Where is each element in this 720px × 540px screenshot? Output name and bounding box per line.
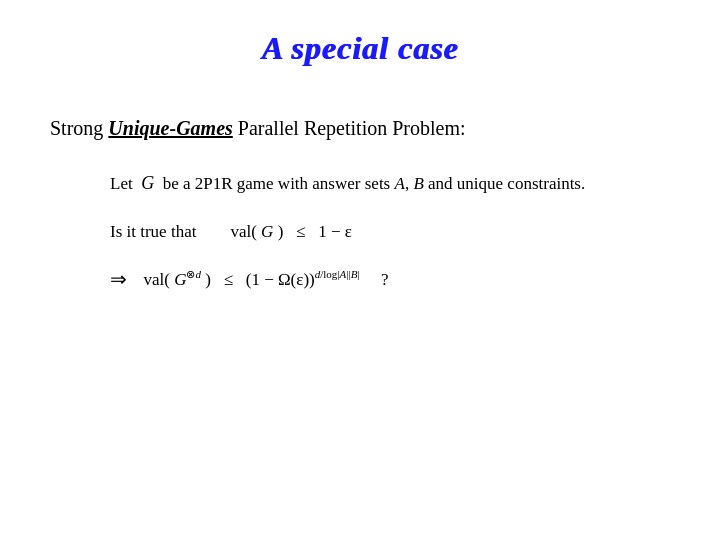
exponent-result: d/log|A||B| [315,268,360,280]
section-heading: Strong Unique-Games Parallel Repetition … [50,117,670,140]
implies-line: ⇒ val( G⊗d ) ≤ (1 − Ω(ε))d/log|A||B| ? [50,267,670,291]
is-it-true-line: Is it true that val( G ) ≤ 1 − ε [110,219,670,245]
tensor-exponent: ⊗d [186,268,201,280]
game-variable-G: G [141,173,154,193]
let-line: Let G be a 2P1R game with answer sets A,… [110,170,670,197]
heading-suffix: Parallel Repetition Problem: [233,117,466,139]
implies-arrow: ⇒ [110,267,127,291]
open-paren: ( [251,222,257,241]
g-symbol: G [261,222,273,241]
page-title: A special case [50,30,670,67]
unique-games-label: Unique-Games [108,117,232,139]
close-paren2: ) [205,269,211,288]
heading-prefix: Strong [50,117,108,139]
is-it-true-label: Is it true that [110,222,196,241]
question-mark: ? [381,269,389,288]
content-block: Let G be a 2P1R game with answer sets A,… [50,170,670,245]
main-page: A special case Strong Unique-Games Paral… [0,0,720,540]
implies-math: val( G⊗d ) ≤ (1 − Ω(ε))d/log|A||B| ? [135,268,388,290]
close-paren: ) [278,222,284,241]
open-paren2: ( [164,269,170,288]
